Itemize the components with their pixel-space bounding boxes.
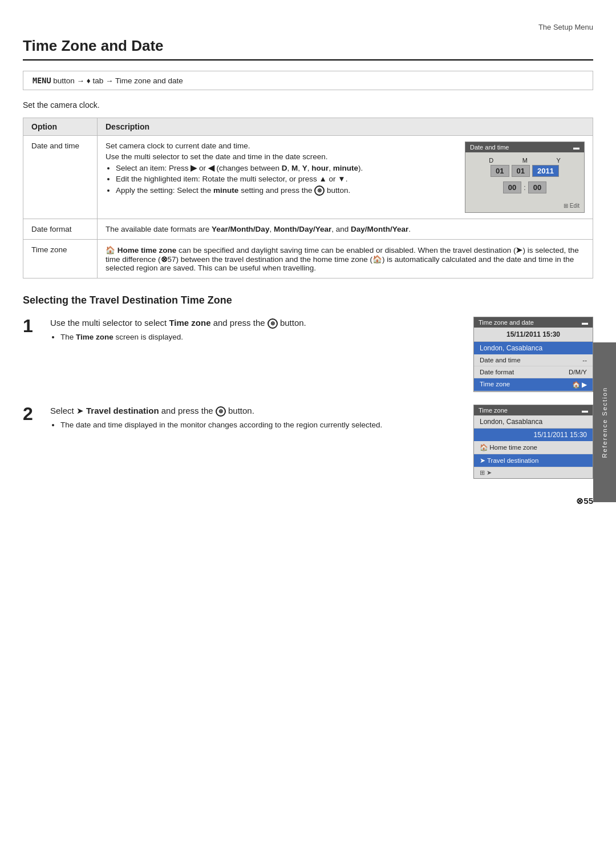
- col-option-header: Option: [23, 118, 98, 136]
- screen-icon: ▬: [573, 144, 579, 151]
- step-2-number: 2: [23, 405, 41, 423]
- step-1-bullets: The Time zone screen is displayed.: [60, 333, 462, 341]
- cs2-item-value-3: 🏠 ▶: [572, 381, 587, 389]
- menu-path-box: MENU button → ♦ tab → Time zone and date: [23, 71, 593, 90]
- step-2-content: Select ➤ Travel destination and press th…: [50, 405, 593, 479]
- menu-path-text: button → ♦ tab → Time zone and date: [53, 76, 183, 85]
- label-d: D: [489, 157, 493, 164]
- time-sep: :: [524, 184, 525, 192]
- cs2-item-label-1: Date and time: [480, 357, 521, 364]
- desc-li3: Apply the setting: Select the minute set…: [116, 185, 455, 196]
- step-2-bullet: The date and time displayed in the monit…: [60, 421, 462, 429]
- date-values: 01 01 2011: [472, 165, 577, 177]
- step-1-bullet: The Time zone screen is displayed.: [60, 333, 462, 341]
- cs3-item-label-home: 🏠 Home time zone: [480, 443, 537, 451]
- date-time-screen: Date and time ▬ D M Y 01: [465, 142, 585, 213]
- cs2-item-1: Date and time --: [474, 354, 593, 366]
- step-1-text: Use the multi selector to select Time zo…: [50, 317, 462, 341]
- label-y: Y: [556, 157, 560, 164]
- option-date-format: Date format: [23, 219, 98, 240]
- edit-label: ⊞ Edit: [564, 203, 579, 209]
- menu-keyword: MENU: [33, 76, 51, 85]
- cs2-title: Time zone and date: [479, 319, 534, 326]
- val-m: 01: [512, 165, 530, 177]
- step-2-row: Select ➤ Travel destination and press th…: [50, 405, 593, 479]
- screen-title: Date and time: [470, 144, 509, 151]
- step-2-text: Select ➤ Travel destination and press th…: [50, 405, 462, 429]
- option-date-and-time: Date and time: [23, 136, 98, 219]
- desc-date-format: The available date formats are Year/Mont…: [98, 219, 593, 240]
- cs3-icon: ▬: [582, 407, 588, 414]
- step-1-number: 1: [23, 317, 41, 335]
- time-row: 00 : 00: [472, 181, 577, 193]
- val-d: 01: [491, 165, 509, 177]
- page-number: ⊗55: [23, 496, 593, 506]
- screen-header: Date and time ▬: [465, 142, 584, 152]
- cs2-item-3: Time zone 🏠 ▶: [474, 378, 593, 391]
- desc-li1: Select an item: Press ▶ or ◀ (changes be…: [116, 163, 455, 172]
- desc-time-zone: 🏠 Home time zone can be specified and da…: [98, 240, 593, 278]
- val-y: 2011: [532, 165, 559, 177]
- cs3-header: Time zone ▬: [474, 405, 593, 415]
- step-1-title: Use the multi selector to select Time zo…: [50, 317, 462, 330]
- cs2-item-label-2: Date format: [480, 369, 514, 375]
- time-zone-date-screen: Time zone and date ▬ 15/11/2011 15:30 Lo…: [473, 317, 593, 392]
- table-row: Time zone 🏠 Home time zone can be specif…: [23, 240, 593, 278]
- screen-body: D M Y 01 01 2011 00: [465, 152, 584, 201]
- reference-sidebar: Reference Section: [593, 342, 616, 502]
- cs3-item-home: 🏠 Home time zone: [474, 441, 593, 454]
- desc-text-date-time: Set camera clock to current date and tim…: [106, 142, 455, 198]
- page-title: Time Zone and Date: [23, 37, 593, 60]
- table-row: Date format The available date formats a…: [23, 219, 593, 240]
- cs3-item-label-travel: ➤ Travel destination: [480, 457, 538, 465]
- screen-footer: ⊞ Edit: [465, 201, 584, 212]
- step-2-title: Select ➤ Travel destination and press th…: [50, 405, 462, 418]
- cs2-location: London, Casablanca: [474, 342, 593, 354]
- desc-list: Select an item: Press ▶ or ◀ (changes be…: [116, 163, 455, 196]
- cs2-item-value-2: D/M/Y: [569, 369, 587, 375]
- date-labels: D M Y: [472, 157, 577, 164]
- desc-p2: Use the multi selector to set the date a…: [106, 152, 455, 161]
- cs3-title: Time zone: [479, 407, 508, 414]
- cs2-header: Time zone and date ▬: [474, 317, 593, 328]
- step-2-bullets: The date and time displayed in the monit…: [60, 421, 462, 429]
- step-2: 2 Select ➤ Travel destination and press …: [23, 405, 593, 479]
- cs2-time: 15/11/2011 15:30: [474, 328, 593, 342]
- desc-date-and-time: Set camera clock to current date and tim…: [98, 136, 593, 219]
- sub-section-title: Selecting the Travel Destination Time Zo…: [23, 294, 593, 306]
- label-m: M: [522, 157, 528, 164]
- cs2-icon: ▬: [582, 319, 588, 326]
- intro-text: Set the camera clock.: [23, 100, 593, 110]
- options-table: Option Description Date and time Set cam…: [23, 118, 593, 278]
- val-min: 00: [528, 181, 546, 193]
- desc-li2: Edit the highlighted item: Rotate the mu…: [116, 175, 455, 183]
- step-1: 1 Use the multi selector to select Time …: [23, 317, 593, 392]
- time-zone-screen: Time zone ▬ London, Casablanca 15/11/201…: [473, 405, 593, 479]
- section-label: The Setup Menu: [23, 23, 593, 31]
- cs2-item-label-3: Time zone: [480, 381, 510, 389]
- sidebar-label: Reference Section: [601, 387, 608, 458]
- cs3-location: London, Casablanca: [474, 415, 593, 429]
- step-1-content: Use the multi selector to select Time zo…: [50, 317, 593, 392]
- cs3-footer: ⊞ ➤: [474, 467, 593, 478]
- cs3-time: 15/11/2011 15:30: [474, 429, 593, 441]
- cs3-item-travel: ➤ Travel destination: [474, 454, 593, 467]
- val-hour: 00: [503, 181, 521, 193]
- col-desc-header: Description: [98, 118, 593, 136]
- table-row: Date and time Set camera clock to curren…: [23, 136, 593, 219]
- desc-p1: Set camera clock to current date and tim…: [106, 142, 455, 150]
- cs2-item-2: Date format D/M/Y: [474, 366, 593, 378]
- step-1-row: Use the multi selector to select Time zo…: [50, 317, 593, 392]
- cs2-item-value-1: --: [582, 357, 587, 364]
- option-time-zone: Time zone: [23, 240, 98, 278]
